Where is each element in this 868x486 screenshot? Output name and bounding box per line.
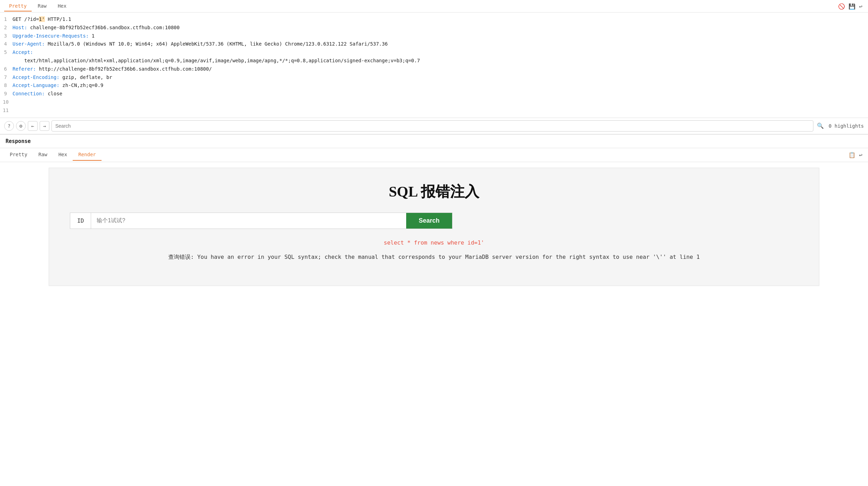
sql-title: SQL 报错注入 (70, 182, 798, 201)
request-section: Pretty Raw Hex 🚫 💾 ↩ 1 GET /?id=1' HTTP/… (0, 0, 868, 135)
line-content-2: Host: challenge-8bf92fb52ecf36b6.sandbox… (13, 24, 179, 32)
line-content-9: Connection: close (13, 90, 62, 98)
id-input[interactable] (91, 213, 406, 229)
line-content-5: Accept: (13, 48, 33, 57)
line-content-4: User-Agent: Mozilla/5.0 (Windows NT 10.0… (13, 40, 388, 48)
line-num-5: 5 (3, 48, 13, 57)
id-label: ID (70, 213, 91, 229)
search-form: ID Search (70, 213, 452, 229)
forward-button[interactable]: → (40, 121, 49, 131)
copy-icon[interactable]: 📋 (849, 152, 855, 158)
code-line-2: 2 Host: challenge-8bf92fb52ecf36b6.sandb… (0, 24, 868, 32)
wrap-icon[interactable]: ↩ (859, 3, 862, 9)
tab-pretty-req[interactable]: Pretty (4, 1, 32, 11)
code-line-9: 9 Connection: close (0, 90, 868, 98)
response-section: Response Pretty Raw Hex Render 📋 ↩ SQL 报… (0, 135, 868, 286)
request-top-icons: 🚫 💾 ↩ (838, 3, 862, 9)
tab-pretty-resp[interactable]: Pretty (4, 149, 33, 161)
code-line-5b: text/html,application/xhtml+xml,applicat… (0, 57, 868, 65)
search-lens-icon: 🔍 (817, 122, 824, 129)
line-content-1: GET /?id=1' HTTP/1.1 (13, 15, 71, 24)
tab-raw-resp[interactable]: Raw (33, 149, 53, 161)
error-message: 查询错误: You have an error in your SQL synt… (70, 252, 798, 262)
line-content-6: Referer: http://challenge-8bf92fb52ecf36… (13, 65, 212, 73)
line-num-6: 6 (3, 65, 13, 73)
line-num-11: 11 (3, 106, 13, 115)
code-line-1: 1 GET /?id=1' HTTP/1.1 (0, 15, 868, 24)
back-button[interactable]: ← (28, 121, 38, 131)
eye-slash-icon[interactable]: 🚫 (838, 3, 845, 9)
search-button[interactable]: Search (406, 213, 452, 229)
request-code: 1 GET /?id=1' HTTP/1.1 2 Host: challenge… (0, 13, 868, 118)
response-label: Response (0, 135, 868, 148)
save-icon[interactable]: 💾 (849, 3, 855, 9)
sql-query-text: select * from news where id=1' (70, 239, 798, 246)
line-num-8: 8 (3, 81, 13, 90)
code-line-10: 10 (0, 98, 868, 106)
response-tabs-bar: Pretty Raw Hex Render 📋 ↩ (0, 148, 868, 162)
tab-hex-resp[interactable]: Hex (53, 149, 73, 161)
tab-raw-req[interactable]: Raw (33, 1, 51, 11)
line-num-3: 3 (3, 32, 13, 40)
line-num-1: 1 (3, 15, 13, 24)
settings-button[interactable]: ⚙ (16, 121, 26, 131)
code-line-8: 8 Accept-Language: zh-CN,zh;q=0.9 (0, 81, 868, 90)
search-input[interactable] (51, 120, 813, 132)
rendered-content: SQL 报错注入 ID Search select * from news wh… (49, 168, 819, 286)
line-num-10: 10 (3, 98, 13, 106)
search-bar: ? ⚙ ← → 🔍 0 highlights (0, 118, 868, 134)
tab-hex-req[interactable]: Hex (53, 1, 71, 11)
line-content-5b: text/html,application/xhtml+xml,applicat… (13, 57, 420, 65)
highlight-count: 0 highlights (829, 123, 864, 129)
help-button[interactable]: ? (4, 121, 14, 131)
line-num-4: 4 (3, 40, 13, 48)
code-line-4: 4 User-Agent: Mozilla/5.0 (Windows NT 10… (0, 40, 868, 48)
line-content-7: Accept-Encoding: gzip, deflate, br (13, 73, 112, 82)
line-num-2: 2 (3, 24, 13, 32)
line-num-9: 9 (3, 90, 13, 98)
wrap-icon-resp[interactable]: ↩ (859, 152, 862, 158)
line-num-7: 7 (3, 73, 13, 82)
request-tabs-bar: Pretty Raw Hex 🚫 💾 ↩ (0, 0, 868, 13)
response-right-icons: 📋 ↩ (849, 152, 862, 158)
code-line-3: 3 Upgrade-Insecure-Requests: 1 (0, 32, 868, 40)
line-content-8: Accept-Language: zh-CN,zh;q=0.9 (13, 81, 103, 90)
tab-render-resp[interactable]: Render (73, 149, 102, 161)
code-line-11: 11 (0, 106, 868, 115)
line-content-3: Upgrade-Insecure-Requests: 1 (13, 32, 95, 40)
code-line-7: 7 Accept-Encoding: gzip, deflate, br (0, 73, 868, 82)
code-line-6: 6 Referer: http://challenge-8bf92fb52ecf… (0, 65, 868, 73)
code-line-5: 5 Accept: (0, 48, 868, 57)
